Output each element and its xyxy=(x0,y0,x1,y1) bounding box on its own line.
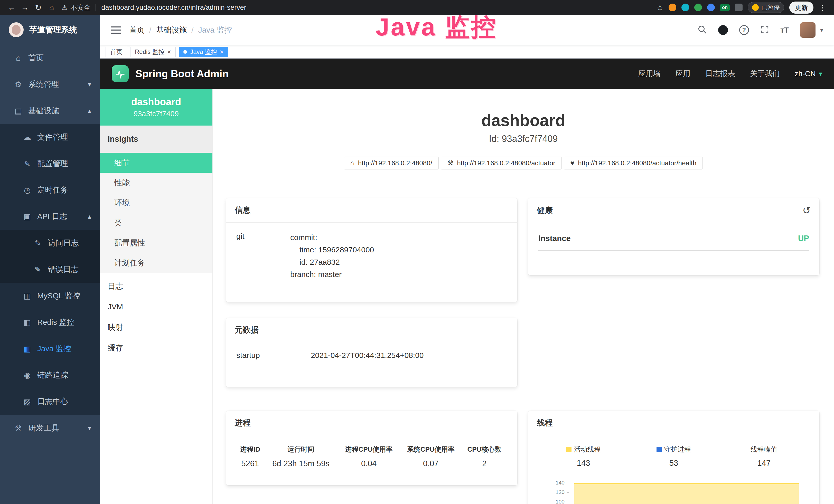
threads-area-series xyxy=(574,483,799,504)
edit-icon: ✎ xyxy=(33,238,43,248)
search-icon[interactable] xyxy=(698,25,707,35)
sidebar-item-home[interactable]: ⌂ 首页 xyxy=(0,45,100,71)
close-icon[interactable]: × xyxy=(220,48,224,55)
close-icon[interactable]: × xyxy=(167,48,171,55)
actuator-url-link[interactable]: ⚒ http://192.168.0.2:48080/actuator xyxy=(441,157,562,169)
eye-icon: ◉ xyxy=(22,371,32,380)
extension-teal-icon[interactable] xyxy=(681,4,689,11)
sidebar-item-label: 文件管理 xyxy=(37,132,68,142)
breadcrumb-infrastructure[interactable]: 基础设施 xyxy=(156,25,187,36)
sba-item-scheduled-tasks[interactable]: 计划任务 xyxy=(100,253,213,273)
url-text[interactable]: dashboard.yudao.iocoder.cn/infra/admin-s… xyxy=(101,4,246,12)
sidebar-collapse-icon[interactable] xyxy=(111,26,121,33)
chevron-down-icon: ▾ xyxy=(88,424,91,432)
health-instance-row[interactable]: Instance UP xyxy=(539,234,809,251)
sidebar-item-scheduled-tasks[interactable]: ◷ 定时任务 xyxy=(0,177,100,203)
legend-live-threads: 活动线程 xyxy=(539,445,629,454)
back-icon[interactable]: ← xyxy=(6,3,18,12)
address-bar[interactable]: ⚠ 不安全 dashboard.yudao.iocoder.cn/infra/a… xyxy=(62,3,246,12)
sidebar-item-config-management[interactable]: ✎ 配置管理 xyxy=(0,151,100,177)
sba-nav-about[interactable]: 关于我们 xyxy=(750,69,780,79)
status-badge: UP xyxy=(798,234,809,243)
extension-on-badge[interactable]: on xyxy=(720,4,730,11)
axis-tick-label: 140 xyxy=(555,480,565,486)
metadata-row-value: 2021-04-27T00:44:31.254+08:00 xyxy=(311,351,424,360)
sba-item-mappings[interactable]: 映射 xyxy=(100,317,213,338)
extensions-puzzle-icon[interactable] xyxy=(735,4,743,11)
paused-badge[interactable]: 已暂停 xyxy=(748,2,784,13)
tab-home[interactable]: 首页 xyxy=(106,47,127,57)
sidebar-item-redis-monitor[interactable]: ◧ Redis 监控 xyxy=(0,309,100,336)
sidebar-item-mysql-monitor[interactable]: ◫ MySQL 监控 xyxy=(0,283,100,309)
health-instance-label: Instance xyxy=(539,234,571,243)
file-upload-icon: ☁ xyxy=(22,133,32,142)
sba-brand[interactable]: Spring Boot Admin xyxy=(112,65,228,82)
extension-green-icon[interactable] xyxy=(694,4,702,11)
sba-item-metrics[interactable]: 性能 xyxy=(100,173,213,193)
sba-nav-wallboard[interactable]: 应用墙 xyxy=(638,69,661,79)
font-size-icon[interactable]: тT xyxy=(780,26,789,35)
sba-item-details[interactable]: 细节 xyxy=(100,153,213,173)
history-icon[interactable]: ↺ xyxy=(803,205,811,216)
tab-redis-monitor[interactable]: Redis 监控 × xyxy=(130,47,176,57)
avatar-caret-icon[interactable]: ▾ xyxy=(820,26,823,33)
locale-select[interactable]: zh-CN ▾ xyxy=(795,70,822,78)
tags-view-bar: 首页 Redis 监控 × Java 监控 × xyxy=(100,45,834,59)
sba-nav-journal[interactable]: 日志报表 xyxy=(705,69,735,79)
sba-item-jvm[interactable]: JVM xyxy=(100,297,213,317)
github-icon[interactable] xyxy=(718,25,728,35)
security-label: 不安全 xyxy=(70,3,90,12)
app-title: 芋道管理系统 xyxy=(29,24,77,35)
sidebar-item-label: 首页 xyxy=(28,53,44,63)
service-url-link[interactable]: ⌂ http://192.168.0.2:48080/ xyxy=(344,157,439,169)
sidebar-item-system-management[interactable]: ⚙ 系统管理 ▾ xyxy=(0,71,100,97)
fullscreen-icon[interactable] xyxy=(760,25,769,35)
extension-orange-icon[interactable] xyxy=(668,4,676,11)
process-cpus: 2 xyxy=(462,455,507,471)
sidebar-item-infrastructure[interactable]: ▤ 基础设施 ▴ xyxy=(0,97,100,124)
update-button[interactable]: 更新 xyxy=(789,2,813,14)
chevron-up-icon: ▴ xyxy=(88,212,91,221)
tab-label: Redis 监控 xyxy=(135,48,164,56)
browser-menu-icon[interactable]: ⋮ xyxy=(818,3,826,12)
sidebar-item-label: 研发工具 xyxy=(28,423,59,433)
sba-nav-applications[interactable]: 应用 xyxy=(676,69,690,79)
sba-sidebar: dashboard 93a3fc7f7409 Insights 细节 性能 环境… xyxy=(100,89,213,504)
process-header-row: 进程ID 运行时间 进程CPU使用率 系统CPU使用率 CPU核心数 xyxy=(236,444,507,455)
clock-icon: ◷ xyxy=(22,186,32,194)
sba-item-classes[interactable]: 类 xyxy=(100,213,213,233)
sba-item-caches[interactable]: 缓存 xyxy=(100,338,213,358)
sba-item-environment[interactable]: 环境 xyxy=(100,193,213,213)
sidebar-item-error-logs[interactable]: ✎ 错误日志 xyxy=(0,256,100,283)
active-tab-dot xyxy=(183,50,187,54)
axis-tick-label: 100 xyxy=(555,499,565,504)
help-icon[interactable]: ? xyxy=(739,25,749,35)
home-icon[interactable]: ⌂ xyxy=(46,3,58,12)
sidebar-item-java-monitor[interactable]: ▥ Java 监控 xyxy=(0,336,100,362)
bookmark-star-icon[interactable]: ☆ xyxy=(657,3,663,12)
database-icon: ◫ xyxy=(22,292,32,300)
axis-tick-label: 120 xyxy=(555,489,565,495)
refresh-icon[interactable]: ↻ xyxy=(32,3,44,12)
sba-item-configprops[interactable]: 配置属性 xyxy=(100,233,213,253)
breadcrumb-home[interactable]: 首页 xyxy=(129,25,145,36)
extension-blue-icon[interactable] xyxy=(707,4,715,11)
sidebar-item-access-logs[interactable]: ✎ 访问日志 xyxy=(0,230,100,256)
legend-label: 线程峰值 xyxy=(750,445,777,454)
sba-item-logs[interactable]: 日志 xyxy=(100,276,213,297)
sba-main-content: dashboard Id: 93a3fc7f7409 ⌂ http://192.… xyxy=(213,89,834,504)
sidebar-item-file-management[interactable]: ☁ 文件管理 xyxy=(0,124,100,151)
health-url-link[interactable]: ♥ http://192.168.0.2:48080/actuator/heal… xyxy=(564,157,703,169)
user-avatar[interactable] xyxy=(800,22,815,38)
sidebar-item-api-logs[interactable]: ▣ API 日志 ▴ xyxy=(0,203,100,230)
sidebar-item-dev-tools[interactable]: ⚒ 研发工具 ▾ xyxy=(0,415,100,441)
wrench-icon: ⚒ xyxy=(447,159,453,167)
sidebar-item-tracing[interactable]: ◉ 链路追踪 xyxy=(0,362,100,388)
tab-java-monitor[interactable]: Java 监控 × xyxy=(179,47,228,57)
sidebar-item-log-center[interactable]: ▨ 日志中心 xyxy=(0,388,100,415)
forward-icon[interactable]: → xyxy=(19,3,31,12)
git-commit-id: id: 27aa832 xyxy=(290,256,374,268)
heart-icon: ♥ xyxy=(570,159,574,167)
sba-app-header[interactable]: dashboard 93a3fc7f7409 xyxy=(100,89,213,125)
home-icon: ⌂ xyxy=(13,54,23,62)
